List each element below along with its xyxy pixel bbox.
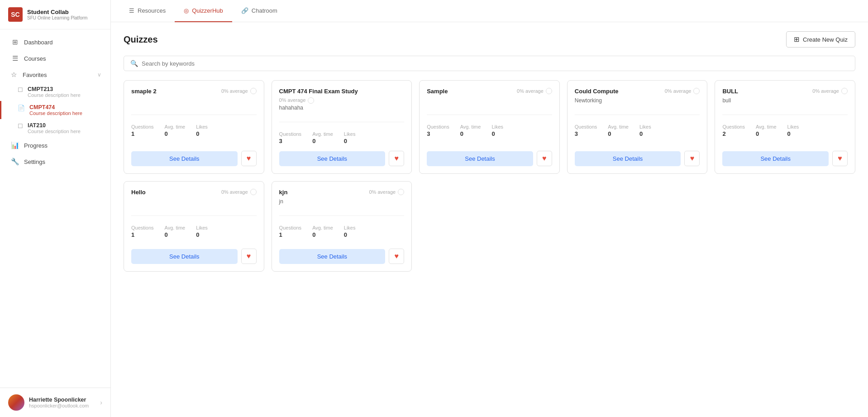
avatar bbox=[8, 394, 24, 411]
sidebar-item-progress-label: Progress bbox=[24, 142, 48, 149]
stat-avgtime-smaple2: Avg. time 0 bbox=[165, 124, 186, 137]
chatroom-tab-icon: 🔗 bbox=[241, 7, 248, 14]
card-stats-couldcompute: Questions 3 Avg. time 0 Likes 0 bbox=[575, 124, 700, 137]
settings-icon: 🔧 bbox=[10, 158, 19, 166]
create-quiz-label: Create New Quiz bbox=[803, 36, 848, 43]
sidebar-favorites-section[interactable]: ☆ Favorites ∨ bbox=[0, 67, 110, 83]
card-stats-bull: Questions 2 Avg. time 0 Likes 0 bbox=[722, 124, 848, 137]
card-desc-sample bbox=[427, 97, 552, 105]
quiz-card-bull: BULL 0% average bull Questions 2 Avg. ti… bbox=[715, 80, 855, 174]
quiz-card-couldcompute: Could Compute 0% average Newtorking Ques… bbox=[567, 80, 708, 174]
sidebar-item-dashboard[interactable]: ⊞ Dashboard bbox=[0, 34, 110, 50]
user-email: hspoonlicker@outlook.com bbox=[29, 403, 95, 408]
divider-bull bbox=[722, 115, 848, 115]
see-details-button-hello[interactable]: See Details bbox=[131, 249, 238, 264]
avg-circle-hello bbox=[250, 189, 257, 195]
user-info: Harriette Spoonlicker hspoonlicker@outlo… bbox=[29, 397, 95, 408]
card-stats-sample: Questions 3 Avg. time 0 Likes 0 bbox=[427, 124, 552, 137]
tab-chatroom[interactable]: 🔗 Chatroom bbox=[232, 0, 286, 22]
quiz-card-kjn: kjn 0% average jn Questions 1 Avg. time bbox=[272, 181, 412, 272]
quiz-card-sample: Sample 0% average Questions 3 Avg. time bbox=[419, 80, 560, 174]
card-footer-hello: See Details ♥ bbox=[131, 249, 257, 264]
see-details-button-sample[interactable]: See Details bbox=[427, 151, 533, 166]
sidebar-item-settings-label: Settings bbox=[24, 158, 45, 165]
card-stats-cmpt474: Questions 3 Avg. time 0 Likes 0 bbox=[279, 131, 405, 144]
tab-quizzerhub[interactable]: ◎ QuizzerHub bbox=[175, 0, 232, 22]
tab-resources-label: Resources bbox=[138, 7, 166, 14]
like-button-couldcompute[interactable]: ♥ bbox=[684, 151, 700, 166]
sidebar-item-cmpt213[interactable]: ☐ CMPT213 Course description here bbox=[0, 83, 110, 101]
like-button-sample[interactable]: ♥ bbox=[537, 151, 552, 166]
avg-circle-bull bbox=[841, 88, 848, 94]
card-header-kjn: kjn 0% average bbox=[279, 189, 405, 196]
iat210-text: IAT210 Course description here bbox=[28, 122, 81, 134]
card-footer-kjn: See Details ♥ bbox=[279, 249, 405, 264]
sidebar-item-settings[interactable]: 🔧 Settings bbox=[0, 153, 110, 170]
favorites-icon: ☆ bbox=[9, 71, 18, 79]
user-profile[interactable]: Harriette Spoonlicker hspoonlicker@outlo… bbox=[0, 388, 110, 417]
quiz-card-smaple2: smaple 2 0% average Questions 1 Avg. tim… bbox=[124, 80, 264, 174]
cmpt474-desc: Course description here bbox=[29, 110, 82, 116]
card-title-kjn: kjn bbox=[279, 189, 366, 196]
tab-quizzerhub-label: QuizzerHub bbox=[192, 7, 223, 14]
stat-avgtime-bull: Avg. time 0 bbox=[756, 124, 777, 137]
card-footer-couldcompute: See Details ♥ bbox=[575, 151, 700, 166]
card-stats-smaple2: Questions 1 Avg. time 0 Likes 0 bbox=[131, 124, 257, 137]
divider-couldcompute bbox=[575, 115, 700, 115]
stat-questions-bull: Questions 2 bbox=[722, 124, 745, 137]
courses-icon: ☰ bbox=[10, 54, 19, 62]
cmpt213-name: CMPT213 bbox=[28, 86, 81, 92]
stat-questions-kjn: Questions 1 bbox=[279, 225, 302, 238]
sidebar-item-cmpt474[interactable]: 📄 CMPT474 Course description here bbox=[0, 101, 110, 119]
stat-avgtime-hello: Avg. time 0 bbox=[165, 225, 186, 238]
logo: SC Student Collab SFU Online Learning Pl… bbox=[0, 0, 110, 29]
like-button-cmpt474[interactable]: ♥ bbox=[389, 151, 404, 166]
user-name: Harriette Spoonlicker bbox=[29, 397, 95, 403]
dashboard-icon: ⊞ bbox=[10, 38, 19, 46]
stat-avgtime-kjn: Avg. time 0 bbox=[312, 225, 333, 238]
sidebar-item-iat210[interactable]: ☐ IAT210 Course description here bbox=[0, 119, 110, 137]
logo-subtitle: SFU Online Learning Platform bbox=[27, 15, 87, 20]
card-title-hello: Hello bbox=[131, 189, 218, 196]
card-avg-couldcompute: 0% average bbox=[665, 88, 700, 94]
like-button-smaple2[interactable]: ♥ bbox=[241, 151, 257, 166]
card-header-cmpt474: CMPT 474 Final Exam Study bbox=[279, 88, 405, 95]
card-header-hello: Hello 0% average bbox=[131, 189, 257, 196]
sidebar-item-courses[interactable]: ☰ Courses bbox=[0, 50, 110, 67]
cmpt213-icon: ☐ bbox=[18, 86, 23, 93]
see-details-button-kjn[interactable]: See Details bbox=[279, 249, 386, 264]
sidebar-item-progress[interactable]: 📊 Progress bbox=[0, 137, 110, 153]
sidebar-item-dashboard-label: Dashboard bbox=[24, 39, 53, 46]
card-avg-smaple2: 0% average bbox=[221, 88, 257, 94]
logo-icon-text: SC bbox=[11, 11, 19, 18]
iat210-name: IAT210 bbox=[28, 122, 81, 129]
card-avg-kjn: 0% average bbox=[369, 189, 404, 195]
see-details-button-smaple2[interactable]: See Details bbox=[131, 151, 238, 166]
stat-questions-smaple2: Questions 1 bbox=[131, 124, 154, 137]
card-title-smaple2: smaple 2 bbox=[131, 88, 218, 95]
card-header-smaple2: smaple 2 0% average bbox=[131, 88, 257, 95]
see-details-button-bull[interactable]: See Details bbox=[722, 151, 829, 166]
quiz-card-hello: Hello 0% average Questions 1 Avg. time bbox=[124, 181, 264, 272]
create-quiz-button[interactable]: ⊞ Create New Quiz bbox=[786, 31, 855, 48]
profile-chevron-icon: › bbox=[100, 399, 102, 406]
card-header-bull: BULL 0% average bbox=[722, 88, 848, 95]
like-button-bull[interactable]: ♥ bbox=[832, 151, 848, 166]
cmpt474-text: CMPT474 Course description here bbox=[29, 104, 82, 116]
quiz-card-cmpt474: CMPT 474 Final Exam Study 0% average hah… bbox=[272, 80, 412, 174]
page-header: Quizzes ⊞ Create New Quiz bbox=[124, 31, 855, 48]
cmpt213-text: CMPT213 Course description here bbox=[28, 86, 81, 98]
see-details-button-couldcompute[interactable]: See Details bbox=[575, 151, 681, 166]
see-details-button-cmpt474[interactable]: See Details bbox=[279, 151, 386, 166]
card-title-bull: BULL bbox=[722, 88, 809, 95]
page-title: Quizzes bbox=[124, 34, 158, 45]
divider-kjn bbox=[279, 216, 405, 216]
quiz-grid-row2: Hello 0% average Questions 1 Avg. time bbox=[124, 181, 855, 272]
search-bar: 🔍 bbox=[124, 56, 855, 71]
tab-resources[interactable]: ☰ Resources bbox=[120, 0, 175, 22]
like-button-hello[interactable]: ♥ bbox=[241, 249, 257, 264]
card-title-sample: Sample bbox=[427, 88, 513, 95]
like-button-kjn[interactable]: ♥ bbox=[389, 249, 404, 264]
quiz-grid-row1: smaple 2 0% average Questions 1 Avg. tim… bbox=[124, 80, 855, 174]
search-input[interactable] bbox=[142, 60, 849, 67]
